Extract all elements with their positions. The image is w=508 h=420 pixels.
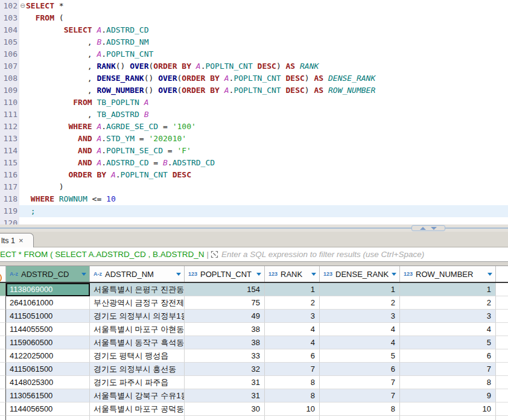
expand-filter-icon[interactable] — [211, 250, 218, 258]
sql-code-editor[interactable]: 102⊖SELECT *103 FROM (104 SELECT A.ADSTR… — [0, 0, 508, 224]
table-cell[interactable]: 49 — [185, 310, 265, 323]
code-line[interactable]: 106 , A.POPLTN_CNT — [0, 48, 508, 60]
table-cell[interactable]: 7 — [320, 389, 400, 402]
filter-input[interactable]: ECT * FROM ( SELECT A.ADSTRD_CD , B.ADST… — [0, 247, 508, 262]
table-cell[interactable]: 경기도 파주시 파주읍 — [90, 376, 185, 389]
column-filter-arrow-icon[interactable] — [176, 273, 181, 276]
table-cell[interactable]: 7 — [320, 376, 400, 389]
code-line[interactable]: 118 WHERE ROWNUM <= 10 — [0, 193, 508, 205]
row-gutter-cell[interactable] — [0, 389, 6, 402]
column-header-adstrd_cd[interactable]: A-zADSTRD_CD — [6, 266, 90, 282]
table-cell[interactable]: 서울특별시 은평구 진관동 — [90, 283, 185, 296]
code-line[interactable]: 105 , B.ADSTRD_NM — [0, 36, 508, 48]
code-line[interactable]: 116 ORDER BY A.POPLTN_CNT DESC — [0, 169, 508, 181]
table-cell[interactable]: 154 — [185, 283, 265, 296]
table-cell[interactable]: 경기도 의정부시 흥선동 — [90, 363, 185, 376]
table-cell[interactable]: 7 — [265, 363, 320, 376]
table-cell[interactable]: 38 — [185, 336, 265, 349]
table-cell[interactable]: 2641061000 — [6, 296, 90, 310]
table-cell[interactable]: 1159060500 — [6, 336, 90, 349]
table-cell[interactable]: 30 — [185, 402, 265, 416]
column-filter-arrow-icon[interactable] — [487, 273, 492, 276]
table-cell[interactable]: 10 — [400, 402, 496, 416]
column-header-popltn_cnt[interactable]: 123POPLTN_CNT — [185, 266, 265, 282]
table-cell[interactable]: 3 — [400, 310, 496, 323]
code-line[interactable]: 108 , DENSE_RANK() OVER(ORDER BY A.POPLT… — [0, 72, 508, 84]
row-gutter-cell[interactable] — [0, 310, 6, 323]
table-cell[interactable]: 4115061500 — [6, 363, 90, 376]
code-line[interactable]: 110 FROM TB_POPLTN A — [0, 97, 508, 109]
results-tab[interactable]: lts 1 × — [0, 233, 34, 247]
column-filter-arrow-icon[interactable] — [392, 273, 396, 276]
grid-corner-cell[interactable] — [0, 266, 6, 282]
table-cell[interactable]: 부산광역시 금정구 장전제2동 — [90, 296, 185, 310]
column-filter-arrow-icon[interactable] — [311, 273, 316, 276]
table-cell[interactable]: 1 — [400, 283, 496, 296]
row-gutter-cell[interactable] — [0, 349, 6, 363]
column-filter-arrow-icon[interactable] — [256, 273, 261, 276]
code-line[interactable]: 103 FROM ( — [0, 12, 508, 24]
table-cell[interactable]: 경기도 평택시 팽성읍 — [90, 349, 185, 363]
row-gutter-cell[interactable] — [0, 336, 6, 349]
table-cell[interactable]: 1138069000 — [6, 283, 90, 296]
code-line[interactable]: 115 AND A.ADSTRD_CD = B.ADSTRD_CD — [0, 157, 508, 169]
code-line[interactable]: 107 , RANK() OVER(ORDER BY A.POPLTN_CNT … — [0, 60, 508, 72]
table-cell[interactable]: 6 — [265, 349, 320, 363]
code-line[interactable]: 117 ) — [0, 181, 508, 193]
table-cell[interactable]: 6 — [400, 349, 496, 363]
table-cell[interactable]: 6 — [320, 363, 400, 376]
table-cell[interactable]: 5 — [320, 349, 400, 363]
table-cell[interactable]: 서울특별시 강북구 수유1동 — [90, 389, 185, 402]
table-cell[interactable]: 4148025300 — [6, 376, 90, 389]
column-header-row_number[interactable]: 123ROW_NUMBER — [400, 266, 496, 282]
table-cell[interactable]: 5 — [400, 336, 496, 349]
panel-collapse-widget[interactable] — [411, 225, 445, 231]
table-cell[interactable]: 31 — [185, 389, 265, 402]
row-gutter-cell[interactable] — [0, 376, 6, 389]
fold-collapse-icon[interactable]: ⊖ — [19, 0, 26, 12]
table-cell[interactable]: 1 — [265, 283, 320, 296]
table-cell[interactable]: 8 — [265, 389, 320, 402]
table-cell[interactable]: 8 — [320, 402, 400, 416]
table-cell[interactable]: 4 — [320, 336, 400, 349]
code-line[interactable]: 109 , ROW_NUMBER() OVER(ORDER BY A.POPLT… — [0, 84, 508, 97]
row-gutter-cell[interactable] — [0, 363, 6, 376]
table-cell[interactable]: 서울특별시 마포구 아현동 — [90, 323, 185, 336]
table-cell[interactable]: 33 — [185, 349, 265, 363]
table-cell[interactable]: 32 — [185, 363, 265, 376]
table-cell[interactable]: 1144056500 — [6, 402, 90, 416]
table-cell[interactable]: 4 — [265, 323, 320, 336]
code-line[interactable]: 113 AND A.STD_YM = '202010' — [0, 133, 508, 145]
row-gutter-cell[interactable] — [0, 296, 6, 310]
table-cell[interactable]: 9 — [400, 389, 496, 402]
code-line[interactable]: 114 AND A.POPLTN_SE_CD = 'F' — [0, 145, 508, 157]
tab-close-icon[interactable]: × — [19, 237, 24, 244]
table-cell[interactable]: 서울특별시 마포구 공덕동 — [90, 402, 185, 416]
table-cell[interactable]: 4 — [320, 323, 400, 336]
code-line[interactable]: 111 , TB_ADSTRD B — [0, 109, 508, 121]
table-cell[interactable]: 3 — [265, 310, 320, 323]
row-gutter-cell[interactable] — [0, 402, 6, 416]
code-line[interactable]: 102⊖SELECT * — [0, 0, 508, 12]
code-line[interactable]: 119 ; — [0, 205, 508, 217]
table-cell[interactable]: 31 — [185, 376, 265, 389]
table-cell[interactable]: 서울특별시 동작구 흑석동 — [90, 336, 185, 349]
collapse-down-icon[interactable] — [431, 227, 437, 230]
table-cell[interactable]: 4122025000 — [6, 349, 90, 363]
table-cell[interactable]: 3 — [320, 310, 400, 323]
table-cell[interactable]: 75 — [185, 296, 265, 310]
table-cell[interactable]: 2 — [265, 296, 320, 310]
table-cell[interactable]: 10 — [265, 402, 320, 416]
column-header-adstrd_nm[interactable]: A-zADSTRD_NM — [90, 266, 185, 282]
table-cell[interactable]: 1130561500 — [6, 389, 90, 402]
row-gutter-cell[interactable] — [0, 323, 6, 336]
table-cell[interactable]: 경기도 의정부시 의정부1동 — [90, 310, 185, 323]
table-cell[interactable]: 38 — [185, 323, 265, 336]
collapse-up-icon[interactable] — [420, 227, 426, 230]
table-cell[interactable]: 8 — [400, 376, 496, 389]
table-cell[interactable]: 7 — [400, 363, 496, 376]
table-cell[interactable]: 1 — [320, 283, 400, 296]
table-cell[interactable]: 8 — [265, 376, 320, 389]
table-cell[interactable]: 1144055500 — [6, 323, 90, 336]
table-cell[interactable]: 4 — [265, 336, 320, 349]
